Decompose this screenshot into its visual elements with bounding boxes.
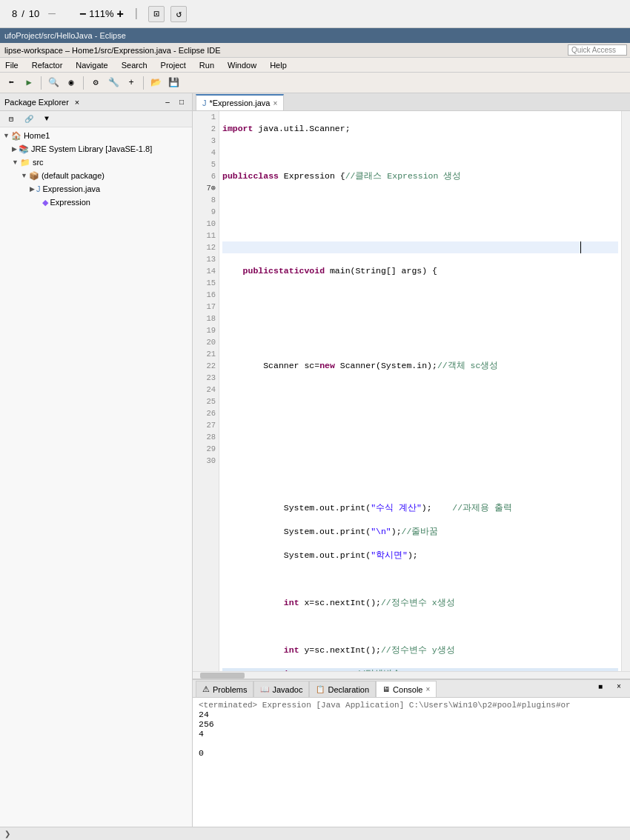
page-sep: / xyxy=(21,8,24,19)
icon-jre: 📚 xyxy=(19,144,29,154)
code-line-13 xyxy=(222,407,618,419)
line-numbers: 1 2 3 4 5 6 7⊛ 8 9 10 11 12 13 14 15 16 xyxy=(193,111,219,671)
toolbar-clean-btn[interactable]: 🔧 xyxy=(105,75,122,91)
title-bar: ufoProject/src/HelloJava - Eclipse xyxy=(0,28,630,43)
sidebar-item-src[interactable]: ▼ 📁 src xyxy=(0,156,192,169)
refresh-btn[interactable]: ↺ xyxy=(170,6,187,22)
ln-27: 27 xyxy=(194,419,216,431)
toolbar-new-btn[interactable]: + xyxy=(123,75,139,91)
sidebar: Package Explorer × – □ ⊟ 🔗 ▼ ▼ 🏠 Home1 xyxy=(0,93,193,827)
main-content: Package Explorer × – □ ⊟ 🔗 ▼ ▼ 🏠 Home1 xyxy=(0,93,630,827)
toolbar-sep2 xyxy=(83,76,84,90)
javadoc-icon: 📖 xyxy=(260,685,269,693)
console-terminated-msg: <terminated> Expression [Java Applicatio… xyxy=(199,701,624,710)
status-left[interactable]: ❯ xyxy=(4,830,10,838)
editor-scrollbar[interactable] xyxy=(621,111,630,671)
fullscreen-btn[interactable]: ⊡ xyxy=(148,6,165,22)
code-line-6 xyxy=(222,241,618,253)
sidebar-title-area: Package Explorer × xyxy=(4,98,79,107)
arrow-expr-java: ▶ xyxy=(30,185,35,193)
console-close-btn[interactable]: × xyxy=(425,685,430,693)
toolbar-save-btn[interactable]: 💾 xyxy=(165,75,182,91)
tab-console[interactable]: 🖥 Console × xyxy=(376,681,437,697)
code-line-8 xyxy=(222,289,618,301)
toolbar-run-btn[interactable]: ▶ xyxy=(21,75,37,91)
sidebar-tree: ▼ 🏠 Home1 ▶ 📚 JRE System Library [JavaSE… xyxy=(0,127,192,827)
code-line-20 xyxy=(222,573,618,585)
toolbar-build-btn[interactable]: ⚙ xyxy=(87,75,104,91)
ln-3: 3 xyxy=(194,135,216,147)
tab-problems[interactable]: ⚠ Problems xyxy=(196,681,253,697)
toolbar-open-btn[interactable]: 📂 xyxy=(147,75,164,91)
ln-6: 6 xyxy=(194,170,216,182)
code-content[interactable]: import java.util.Scanner; public class E… xyxy=(219,111,621,671)
ln-11: 11 xyxy=(194,230,216,241)
sidebar-maximize-btn[interactable]: □ xyxy=(176,96,188,108)
console-output-24: 24 xyxy=(199,710,624,719)
code-line-5 xyxy=(222,218,618,230)
console-output-256: 256 xyxy=(199,719,624,729)
sidebar-item-expression-java[interactable]: ▶ J Expression.java xyxy=(0,182,192,196)
menu-run[interactable]: Run xyxy=(197,61,216,70)
sidebar-item-home1[interactable]: ▼ 🏠 Home1 xyxy=(0,129,192,142)
toolbar-back-btn[interactable]: ⬅ xyxy=(3,75,19,91)
arrow-src: ▼ xyxy=(12,159,19,166)
code-line-10 xyxy=(222,336,618,348)
declaration-icon: 📋 xyxy=(316,685,325,693)
sidebar-minimize-btn[interactable]: – xyxy=(162,96,173,108)
toolbar-debug-btn[interactable]: ◉ xyxy=(63,75,79,91)
sidebar-item-jre[interactable]: ▶ 📚 JRE System Library [JavaSE-1.8] xyxy=(0,142,192,156)
console-action-1[interactable]: ■ xyxy=(592,679,609,695)
code-line-1: import java.util.Scanner; xyxy=(222,123,618,135)
console-output-blank xyxy=(199,739,624,748)
sidebar-close-btn[interactable]: × xyxy=(75,98,79,107)
sidebar-item-expression-class[interactable]: ◆ Expression xyxy=(0,196,192,209)
sidebar-header: Package Explorer × – □ xyxy=(0,93,192,111)
toolbar-search-btn[interactable]: 🔍 xyxy=(45,75,62,91)
menu-help[interactable]: Help xyxy=(268,61,289,70)
nav-separator: — xyxy=(48,7,56,21)
ln-5: 5 xyxy=(194,159,216,170)
sidebar-menu-btn[interactable]: ▼ xyxy=(39,111,55,127)
sidebar-link-btn[interactable]: 🔗 xyxy=(21,111,37,127)
code-horizontal-scrollbar[interactable] xyxy=(193,671,630,679)
arrow-jre: ▶ xyxy=(12,145,17,153)
label-pkg: (default package) xyxy=(42,171,105,180)
sidebar-collapse-btn[interactable]: ⊟ xyxy=(3,111,19,127)
problems-icon: ⚠ xyxy=(202,684,210,694)
ln-22: 22 xyxy=(194,360,216,372)
page-navigation: 8 / 10 xyxy=(12,8,39,19)
code-line-22 xyxy=(222,621,618,633)
ln-16: 16 xyxy=(194,289,216,301)
zoom-minus-btn[interactable]: − xyxy=(79,7,86,21)
icon-src: 📁 xyxy=(20,158,30,167)
ln-17: 17 xyxy=(194,301,216,313)
ln-10: 10 xyxy=(194,218,216,230)
sidebar-item-default-pkg[interactable]: ▼ 📦 (default package) xyxy=(0,169,192,182)
ln-24: 24 xyxy=(194,384,216,396)
scrollbar-thumb[interactable] xyxy=(200,673,245,679)
tab-expression-java[interactable]: J *Expression.java × xyxy=(196,94,284,110)
code-line-17: System.out.print("수식 계산"); //과제용 출력 xyxy=(222,502,618,514)
ln-13: 13 xyxy=(194,253,216,265)
bottom-tabs: ⚠ Problems 📖 Javadoc 📋 Declaration � xyxy=(193,680,630,698)
quick-access-field[interactable]: Quick Access xyxy=(568,44,627,56)
code-line-2 xyxy=(222,147,618,159)
tab-close-btn[interactable]: × xyxy=(273,99,277,107)
console-output-0: 0 xyxy=(199,748,624,758)
ln-28: 28 xyxy=(194,431,216,443)
menu-refactor[interactable]: Refactor xyxy=(30,61,65,70)
menu-search[interactable]: Search xyxy=(119,61,150,70)
zoom-plus-btn[interactable]: + xyxy=(117,7,124,21)
ln-15: 15 xyxy=(194,277,216,289)
tab-javadoc[interactable]: 📖 Javadoc xyxy=(253,681,309,697)
menu-navigate[interactable]: Navigate xyxy=(73,61,110,70)
tab-declaration[interactable]: 📋 Declaration xyxy=(309,681,376,697)
console-action-2[interactable]: × xyxy=(611,679,627,695)
menu-window[interactable]: Window xyxy=(225,61,259,70)
menu-file[interactable]: File xyxy=(3,61,21,70)
menu-project[interactable]: Project xyxy=(159,61,188,70)
arrow-pkg: ▼ xyxy=(21,172,27,179)
ln-7: 7⊛ xyxy=(194,182,216,194)
ln-23: 23 xyxy=(194,372,216,384)
